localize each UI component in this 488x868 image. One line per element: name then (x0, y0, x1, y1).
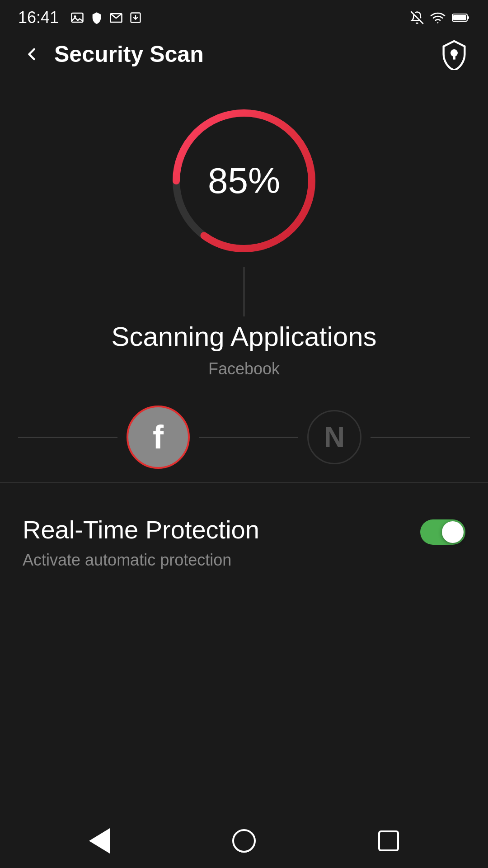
icon-line-middle (199, 437, 298, 438)
download-icon (129, 11, 142, 24)
status-icons-right (410, 10, 470, 25)
nav-recents-button[interactable] (373, 825, 404, 857)
netflix-icon-circle: N (307, 410, 361, 464)
battery-icon (452, 12, 470, 23)
page-title: Security Scan (54, 41, 438, 67)
status-time: 16:41 (18, 8, 59, 27)
real-time-protection-toggle[interactable] (420, 519, 465, 545)
percent-value: 85% (208, 160, 280, 202)
progress-percent-display: 85% (167, 104, 321, 258)
bell-mute-icon (410, 11, 424, 24)
app-header: Security Scan (0, 32, 488, 77)
section-divider (0, 482, 488, 483)
progress-circle: 85% (167, 104, 321, 258)
nav-home-button[interactable] (228, 825, 260, 857)
toggle-container[interactable] (420, 515, 465, 545)
svg-rect-7 (453, 15, 466, 20)
nav-back-button[interactable] (84, 825, 115, 857)
svg-line-5 (411, 11, 423, 24)
scanning-title: Scanning Applications (111, 321, 376, 352)
app-icons-row: f N (0, 406, 488, 469)
svg-point-9 (451, 50, 457, 56)
home-circle-icon (232, 829, 256, 853)
protection-title: Real-Time Protection (23, 515, 420, 544)
status-icons-left (70, 11, 142, 24)
wifi-icon (430, 10, 446, 25)
recents-square-icon (378, 830, 399, 851)
shield-lock-icon (438, 38, 470, 70)
svg-rect-0 (72, 13, 83, 22)
bottom-navigation (0, 814, 488, 868)
image-icon (70, 11, 84, 24)
facebook-letter: f (153, 419, 164, 456)
icon-line-left (18, 437, 117, 438)
protection-text-group: Real-Time Protection Activate automatic … (23, 515, 420, 570)
facebook-app-icon: f (127, 406, 190, 469)
protection-subtitle: Activate automatic protection (23, 551, 420, 570)
scanning-subtitle: Facebook (208, 359, 280, 378)
netflix-app-icon: N (307, 410, 361, 464)
progress-section: 85% Scanning Applications Facebook (0, 77, 488, 406)
toggle-knob (442, 521, 464, 543)
protection-section: Real-Time Protection Activate automatic … (0, 492, 488, 588)
status-bar-left: 16:41 (18, 8, 142, 27)
netflix-letter: N (324, 420, 345, 454)
back-button[interactable] (18, 41, 45, 68)
svg-rect-8 (467, 16, 469, 19)
back-triangle-icon (89, 828, 110, 854)
connector-line (244, 267, 244, 316)
mail-icon (109, 11, 123, 24)
status-bar: 16:41 (0, 0, 488, 32)
facebook-icon-circle: f (127, 406, 190, 469)
icon-line-right (371, 437, 470, 438)
shield-small-icon (90, 11, 103, 24)
